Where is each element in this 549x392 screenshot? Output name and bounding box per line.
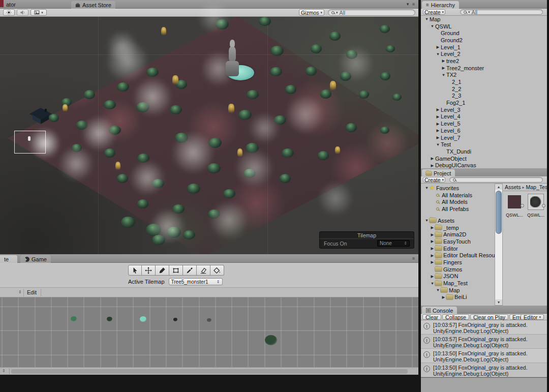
palette-tile-sprite[interactable] [173,318,177,321]
expand-arrow-icon[interactable]: ▶ [441,58,446,63]
scene-viewport[interactable]: Tilemap Focus On None ⇕ [0,17,418,254]
hierarchy-item-gameobject[interactable]: ▶GameObject [421,155,547,162]
hierarchy-item-level-2[interactable]: ▼Level_2 [421,50,547,57]
eraser-tool-button[interactable] [197,265,210,276]
project-item-gizmos[interactable]: Gizmos [421,266,495,273]
gizmos-button[interactable]: Gizmos▾ [299,9,324,16]
console-collapse-button[interactable]: Collapse [442,314,469,320]
expand-arrow-icon[interactable]: ▼ [441,73,446,77]
hierarchy-item-2-1[interactable]: 2_1 [421,78,547,85]
expand-arrow-icon[interactable]: ▶ [435,45,441,49]
favorites-item-all-models[interactable]: All Models [421,198,495,205]
hierarchy-item-2-2[interactable]: 2_2 [421,85,547,93]
hierarchy-item-level-5[interactable]: ▶Level_5 [421,120,547,127]
expand-arrow-icon[interactable]: ▼ [435,142,441,147]
hierarchy-item-test[interactable]: ▼Test [421,141,547,148]
focus-on-dropdown[interactable]: None ⇕ [377,240,410,247]
expand-arrow-icon[interactable]: ▶ [435,107,441,112]
tab-game[interactable]: Game [20,255,51,263]
palette-tile-sprite[interactable] [265,335,277,345]
picker-tool-button[interactable] [183,265,197,276]
expand-arrow-icon[interactable]: ▶ [435,122,441,126]
expand-arrow-icon[interactable]: ▶ [430,253,435,258]
hierarchy-item-debuguicanvas[interactable]: ▶DebugUICanvas [421,162,547,168]
project-item-map[interactable]: ▼Map [421,287,495,294]
console-log-entry[interactable]: ![10:13:50] FoxOriginal_gray is attacked… [421,363,547,377]
fill-tool-button[interactable] [210,265,224,276]
hierarchy-item-qswl[interactable]: ▼QSWL [421,23,547,30]
hierarchy-item-map[interactable]: ▼Map [421,16,547,23]
project-item-map-test[interactable]: ▼Map_Test [421,280,495,287]
palette-tile-sprite[interactable] [107,317,112,321]
scene-panel-menu-icon[interactable]: ▾ ≡ [407,2,416,7]
hierarchy-item-tx2[interactable]: ▼TX2 [421,72,547,79]
active-tilemap-dropdown[interactable]: Tree5_monster1 ⇕ [169,278,223,285]
expand-arrow-icon[interactable]: ▶ [430,163,435,168]
palette-hscrollbar[interactable] [11,369,408,374]
console-log-entry[interactable]: ![10:13:50] FoxOriginal_gray is attacked… [421,349,547,363]
asset-expand-icon[interactable] [542,204,545,207]
project-item-beili[interactable]: ▶BeiLi [421,294,495,301]
hierarchy-item-ground[interactable]: Ground [421,29,547,37]
hierarchy-item-fog2-1[interactable]: Fog2_1 [421,99,547,106]
box-tool-button[interactable] [169,265,183,276]
hierarchy-item-level-4[interactable]: ▶Level_4 [421,113,547,120]
project-item-editor[interactable]: ▶Editor [421,245,495,252]
hierarchy-item-ground2[interactable]: Ground2 [421,37,547,44]
expand-arrow-icon[interactable]: ▶ [430,274,435,279]
scene-audio-button[interactable] [17,9,28,16]
scene-lighting-button[interactable] [3,9,15,16]
project-search-input[interactable] [449,177,543,183]
hierarchy-search-input[interactable]: ▾ All [460,9,543,15]
palette-scroll-corner-icon[interactable]: ⇕ [2,369,6,373]
palette-grid[interactable] [0,297,418,367]
expand-arrow-icon[interactable]: ▶ [430,156,435,161]
expand-arrow-icon[interactable]: ▼ [424,186,430,190]
hierarchy-item-tx-dundi[interactable]: TX_Dundi [421,148,547,155]
palette-mini-dropdown-icon[interactable]: ⇕ [18,290,22,294]
palette-edit-button[interactable]: Edit [27,289,37,295]
project-item-anima2d[interactable]: ▶Anima2D [421,231,495,238]
hierarchy-item-level-7[interactable]: ▶Level_7 [421,134,547,141]
scroll-up-arrow[interactable]: ▲ [495,184,502,190]
vertical-divider[interactable] [418,0,421,392]
project-item-editor-default-resource[interactable]: ▶Editor Default Resource [421,252,495,259]
expand-arrow-icon[interactable]: ▶ [430,239,435,244]
hierarchy-item-level-6[interactable]: ▶Level_6 [421,127,547,134]
expand-arrow-icon[interactable]: ▶ [435,128,441,133]
expand-arrow-icon[interactable]: ▼ [435,288,441,292]
hierarchy-item-level-3[interactable]: ▶Level_3 [421,106,547,113]
asset-thumbnail-2[interactable] [528,194,543,209]
project-create-button[interactable]: Create▾ [423,177,445,183]
project-vscrollbar[interactable]: ▲ ▼ [495,184,503,306]
hierarchy-item-2-3[interactable]: 2_3 [421,93,547,100]
move-tool-button[interactable] [142,265,156,276]
scene-search-input[interactable]: ▾ All [328,9,415,16]
tab-project[interactable]: Project [422,169,455,177]
console-clear-on-play-button[interactable]: Clear on Play [470,314,508,320]
palette-tile-sprite[interactable] [140,316,146,322]
tab-hierarchy[interactable]: ≡ Hierarchy [422,1,459,9]
project-item-json[interactable]: ▶JSON [421,273,495,280]
asset-expand-icon[interactable] [521,204,524,207]
scroll-thumb[interactable] [496,191,502,234]
expand-arrow-icon[interactable]: ▶ [441,295,446,299]
breadcrumb-current[interactable]: Map_Tes [526,184,547,190]
favorites-item-favorites[interactable]: ▼★Favorites [421,185,495,192]
favorites-item-all-prefabs[interactable]: All Prefabs [421,205,495,213]
breadcrumb-root[interactable]: Assets [505,184,521,190]
expand-arrow-icon[interactable]: ▶ [430,232,435,237]
expand-arrow-icon[interactable]: ▶ [441,66,446,70]
favorites-item-all-materials[interactable]: All Materials [421,192,495,199]
tab-animator-cut[interactable]: ator [6,2,16,8]
expand-arrow-icon[interactable]: ▼ [435,52,441,56]
palette-tile-sprite[interactable] [71,316,77,321]
hierarchy-item-tree2[interactable]: ▶tree2 [421,57,547,65]
expand-arrow-icon[interactable]: ▼ [430,24,435,28]
tab-console[interactable]: Console [422,307,457,314]
console-editor-dropdown[interactable]: Editor▾ [521,314,544,320]
expand-arrow-icon[interactable]: ▶ [430,260,435,264]
expand-arrow-icon[interactable]: ▼ [430,281,435,286]
project-item-fingers[interactable]: ▶Fingers [421,259,495,266]
palette-panel-menu-icon[interactable]: ≡ [412,256,416,261]
